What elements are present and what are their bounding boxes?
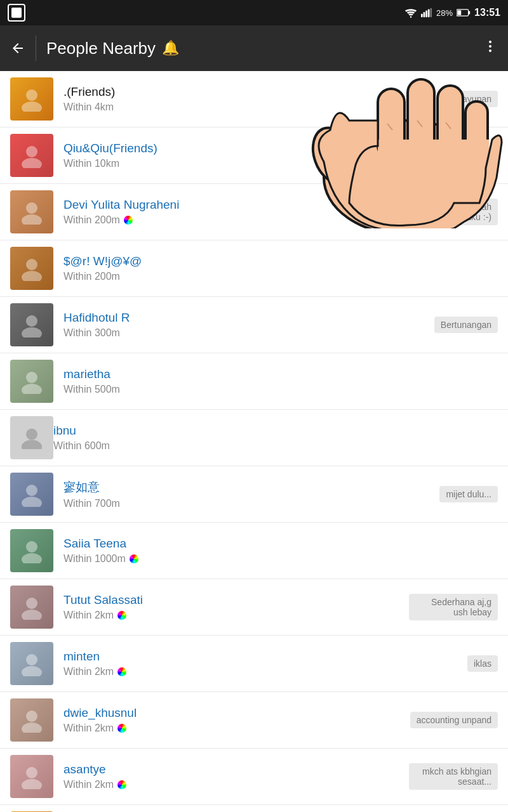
online-indicator [130, 554, 138, 563]
list-item[interactable]: marietha Within 500m [0, 353, 508, 410]
status-tag: Sederhana aj,g ush lebay [409, 594, 498, 620]
person-name: $@r! W!j@¥@ [64, 254, 498, 268]
page-title: People Nearby [46, 39, 156, 58]
person-info: ibnu Within 600m [53, 424, 498, 452]
list-item[interactable]: $@r! W!j@¥@ Within 200m [0, 240, 508, 297]
person-info: Qiu&Qiu(Friends) Within 10km [64, 141, 435, 169]
svg-point-39 [22, 553, 42, 563]
list-item[interactable]: Saiia Teena Within 1000m [0, 523, 508, 579]
avatar [10, 755, 53, 798]
list-item[interactable]: F&2N Within 2km Trmksh untuk sakit yg km… [0, 805, 508, 812]
person-distance: Within 1000m [64, 553, 498, 565]
list-item[interactable]: 寥如意 Within 700m mijet dulu... [0, 466, 508, 523]
list-item[interactable]: minten Within 2km iklas [0, 636, 508, 692]
svg-point-9 [489, 41, 491, 43]
status-tag: ayunan [456, 91, 498, 107]
svg-point-10 [489, 45, 491, 48]
status-tag: coklat imer... [435, 147, 498, 164]
list-item[interactable]: asantye Within 2km mkch ats kbhgian sesa… [0, 749, 508, 805]
avatar [10, 529, 53, 572]
person-distance: Within 200m [64, 271, 498, 282]
avatar [10, 190, 53, 233]
svg-rect-7 [457, 10, 461, 15]
person-name: .(Friends) [64, 85, 456, 99]
svg-point-44 [26, 710, 37, 722]
more-options-button[interactable] [483, 38, 498, 58]
person-nearby-icon: 🔔 [162, 40, 179, 56]
svg-rect-5 [430, 8, 432, 17]
person-name: Hafidhotul R [64, 311, 434, 325]
person-distance: Within 2km [64, 723, 410, 734]
list-item[interactable]: dwie_khusnul Within 2km accounting unpan… [0, 692, 508, 749]
status-tag: Bertunangan [434, 317, 498, 333]
person-info: Saiia Teena Within 1000m [64, 537, 498, 565]
person-info: Tutut Salassati Within 2km [64, 593, 409, 621]
signal-icon [421, 8, 432, 18]
status-bar-right: 28% 13:51 [404, 7, 500, 18]
bbm-icon [8, 4, 25, 22]
person-name: 寥如意 [64, 479, 439, 495]
svg-point-33 [22, 384, 42, 394]
svg-point-35 [22, 440, 42, 449]
svg-point-25 [22, 158, 42, 168]
svg-point-38 [26, 541, 37, 553]
status-tag: mkch ats kbhgian sesaat... [409, 763, 498, 790]
avatar [10, 77, 53, 121]
person-info: Hafidhotul R Within 300m [64, 311, 434, 339]
list-item[interactable]: .(Friends) Within 4km ayunan [0, 71, 508, 128]
svg-point-31 [22, 327, 42, 337]
avatar-placeholder [10, 416, 53, 459]
person-distance: Within 2km [64, 779, 409, 790]
person-info: .(Friends) Within 4km [64, 85, 456, 113]
svg-point-42 [26, 654, 37, 665]
battery-icon [457, 8, 471, 17]
people-list: .(Friends) Within 4km ayunan Qiu&Qiu(Fri… [0, 71, 508, 812]
status-bar: 28% 13:51 [0, 0, 508, 25]
list-item[interactable]: Devi Yulita Nugraheni Within 200m Kamu a… [0, 184, 508, 240]
avatar [10, 642, 53, 685]
app-bar-divider [36, 36, 36, 61]
person-name: dwie_khusnul [64, 706, 410, 720]
list-item[interactable]: Qiu&Qiu(Friends) Within 10km coklat imer… [0, 128, 508, 184]
list-item[interactable]: ibnu Within 600m [0, 410, 508, 466]
svg-rect-4 [428, 10, 430, 18]
svg-point-40 [26, 598, 37, 609]
person-name: marietha [64, 367, 498, 381]
avatar [10, 247, 53, 290]
person-distance: Within 500m [64, 384, 498, 395]
person-name: Tutut Salassati [64, 593, 409, 607]
svg-point-34 [26, 429, 37, 440]
svg-point-41 [22, 610, 42, 620]
list-item[interactable]: Tutut Salassati Within 2km Sederhana aj,… [0, 579, 508, 636]
online-indicator [124, 216, 133, 225]
svg-point-11 [489, 49, 491, 52]
svg-point-45 [22, 723, 42, 733]
person-name: ibnu [53, 424, 498, 438]
back-button[interactable] [10, 41, 25, 56]
svg-point-0 [410, 16, 412, 18]
person-distance: Within 700m [64, 498, 439, 509]
battery-percent: 28% [436, 8, 453, 18]
person-distance: Within 600m [53, 440, 498, 452]
svg-rect-3 [425, 10, 427, 17]
person-name: Devi Yulita Nugraheni [64, 198, 409, 212]
svg-point-22 [26, 89, 37, 101]
person-distance: Within 4km [64, 102, 456, 113]
svg-point-27 [22, 214, 42, 225]
avatar [10, 360, 53, 403]
person-info: 寥如意 Within 700m [64, 479, 439, 509]
app-bar-title: People Nearby 🔔 [46, 39, 472, 58]
person-info: marietha Within 500m [64, 367, 498, 395]
svg-point-23 [22, 102, 42, 112]
svg-rect-1 [421, 14, 423, 17]
time-display: 13:51 [474, 7, 500, 18]
person-name: minten [64, 650, 467, 664]
status-bar-left [8, 4, 25, 22]
svg-point-26 [26, 202, 37, 214]
person-distance: Within 2km [64, 610, 409, 621]
person-name: Saiia Teena [64, 537, 498, 551]
avatar [10, 134, 53, 177]
list-item[interactable]: Hafidhotul R Within 300m Bertunangan [0, 297, 508, 353]
status-tag: Kamu adalah semangatku :-) [409, 199, 498, 225]
person-info: $@r! W!j@¥@ Within 200m [64, 254, 498, 282]
